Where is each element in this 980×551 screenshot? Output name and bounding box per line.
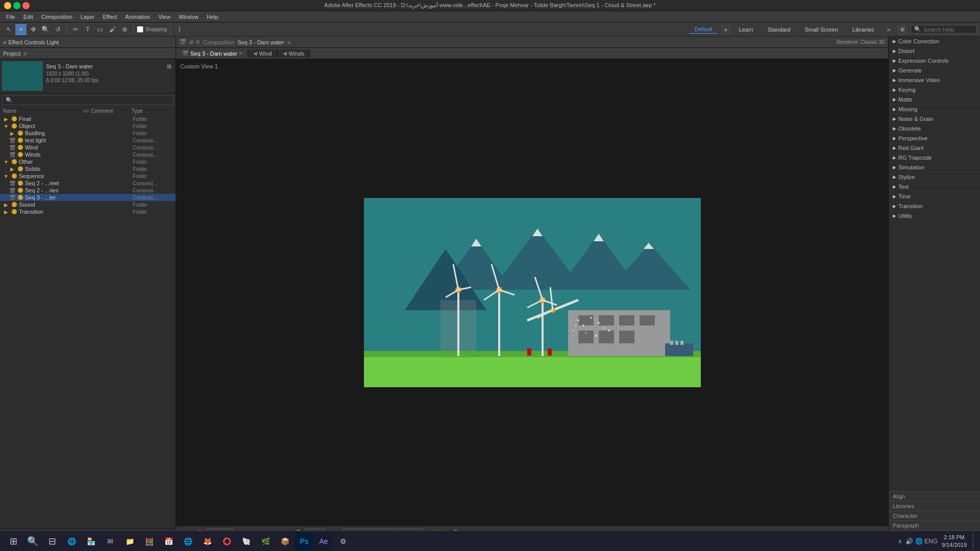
taskbar-store[interactable]: 🏪 bbox=[82, 532, 100, 550]
list-item[interactable]: ▶ Solids Folder bbox=[0, 165, 176, 172]
taskbar-chrome[interactable]: ⭕ bbox=[217, 532, 236, 550]
tab-seq3[interactable]: 🎬 Seq 3 - Dam water ≡ bbox=[177, 49, 248, 58]
taskbar-edge[interactable]: 🌐 bbox=[62, 532, 81, 550]
taskbar-calc[interactable]: 🧮 bbox=[140, 532, 158, 550]
view-libraries[interactable]: Libraries bbox=[847, 26, 879, 34]
tool-move[interactable]: ✥ bbox=[28, 24, 39, 35]
comp-flow-icon[interactable]: ⊞ bbox=[189, 39, 193, 45]
start-btn[interactable]: ⊞ bbox=[4, 532, 22, 550]
taskbar-ae[interactable]: Ae bbox=[314, 532, 333, 550]
list-item[interactable]: ▼ Other Folder bbox=[0, 158, 176, 165]
taskbar-ps[interactable]: Ps bbox=[295, 532, 313, 550]
tab-winds[interactable]: ◀ Winds bbox=[278, 49, 310, 58]
list-item[interactable]: ▼ Sequence Folder bbox=[0, 172, 176, 180]
taskbar-app1[interactable]: 🐚 bbox=[237, 532, 255, 550]
effect-matte[interactable]: ▶ Matte bbox=[889, 95, 980, 105]
effect-time[interactable]: ▶ Time bbox=[889, 192, 980, 202]
list-item[interactable]: 🎬 Wind Composi... bbox=[0, 144, 176, 151]
tool-zoom[interactable]: 🔍 bbox=[40, 24, 51, 35]
effect-simulation[interactable]: ▶ Simulation bbox=[889, 163, 980, 172]
list-item[interactable]: ▶ Final Folder bbox=[0, 115, 176, 122]
tool-rotate[interactable]: ↺ bbox=[52, 24, 63, 35]
effect-keying[interactable]: ▶ Keying bbox=[889, 85, 980, 95]
taskbar-extra[interactable]: ⚙ bbox=[334, 532, 352, 550]
tool-paint[interactable]: 🖌 bbox=[107, 24, 118, 35]
project-search-box[interactable]: 🔍 bbox=[2, 95, 174, 105]
taskbar-archive[interactable]: 📦 bbox=[276, 532, 294, 550]
comp-settings-icon[interactable]: ⚙ bbox=[195, 39, 200, 45]
menu-composition[interactable]: Composition bbox=[37, 13, 77, 21]
taskbar-mail[interactable]: ✉ bbox=[101, 532, 119, 550]
maximize-btn[interactable] bbox=[13, 2, 20, 9]
workspace-menu-btn[interactable]: ≡ bbox=[722, 26, 730, 34]
search-box[interactable]: 🔍 bbox=[911, 25, 977, 34]
tool-pen[interactable]: ✏ bbox=[70, 24, 81, 35]
project-search-input[interactable] bbox=[15, 97, 170, 104]
taskbar-firefox[interactable]: 🦊 bbox=[198, 532, 216, 550]
sort-icon[interactable]: ⊞ bbox=[167, 63, 172, 70]
menu-help[interactable]: Help bbox=[203, 13, 223, 21]
view-default[interactable]: Default bbox=[690, 25, 718, 34]
snapping-checkbox[interactable] bbox=[137, 26, 143, 33]
view-more-btn[interactable]: » bbox=[883, 24, 894, 35]
list-item[interactable]: ▶ Sound Folder bbox=[0, 201, 176, 208]
list-item[interactable]: 🎬 Seq 2 - ...ries Composi... bbox=[0, 187, 176, 194]
effect-red-giant[interactable]: ▶ Red Giant bbox=[889, 143, 980, 153]
comp-icon: 🎬 bbox=[8, 137, 16, 143]
tool-extra1[interactable]: ⟩ bbox=[174, 24, 185, 35]
effect-perspective[interactable]: ▶ Perspective bbox=[889, 134, 980, 143]
list-item[interactable]: ▼ Object Folder bbox=[0, 122, 176, 130]
list-item[interactable]: ▶ Buidling Folder bbox=[0, 130, 176, 137]
list-item[interactable]: 🎬 Seq 2 - ...reet Composi... bbox=[0, 180, 176, 187]
canvas-area[interactable] bbox=[364, 198, 701, 387]
taskbar-ie[interactable]: 🌐 bbox=[179, 532, 197, 550]
taskbar-explorer[interactable]: 📁 bbox=[120, 532, 139, 550]
taskbar-app2[interactable]: 🌿 bbox=[256, 532, 275, 550]
view-small[interactable]: Small Screen bbox=[799, 26, 843, 34]
effect-utility[interactable]: ▶ Utility bbox=[889, 211, 980, 221]
tool-clone[interactable]: ⊕ bbox=[119, 24, 130, 35]
effect-noise-grain[interactable]: ▶ Noise & Grain bbox=[889, 114, 980, 124]
menu-file[interactable]: File bbox=[2, 13, 19, 21]
effect-rg-trapcode[interactable]: ▶ RG Trapcode bbox=[889, 153, 980, 163]
search-btn[interactable]: 🔍 bbox=[23, 532, 42, 550]
minimize-btn[interactable] bbox=[4, 2, 11, 9]
tool-arrow[interactable]: ↖ bbox=[3, 24, 14, 35]
menu-edit[interactable]: Edit bbox=[19, 13, 37, 21]
list-item[interactable]: 🎬 Seq 3 - ...ter Composi... bbox=[0, 194, 176, 201]
effect-obsolete[interactable]: ▶ Obsolete bbox=[889, 124, 980, 134]
effect-generate[interactable]: ▶ Generate bbox=[889, 66, 980, 76]
menu-view[interactable]: View bbox=[154, 13, 175, 21]
effect-stylize[interactable]: ▶ Stylize bbox=[889, 172, 980, 182]
effect-distort[interactable]: ▶ Distort bbox=[889, 46, 980, 56]
tool-select[interactable]: ✦ bbox=[15, 24, 27, 35]
menu-animation[interactable]: Animation bbox=[121, 13, 154, 21]
tool-text[interactable]: T bbox=[82, 24, 93, 35]
view-standard[interactable]: Standard bbox=[763, 26, 796, 34]
effect-immersive[interactable]: ▶ Immersive Video bbox=[889, 76, 980, 85]
menu-layer[interactable]: Layer bbox=[77, 13, 99, 21]
comp-menu-icon[interactable]: ≡ bbox=[287, 39, 290, 45]
taskbar-calendar[interactable]: 📅 bbox=[159, 532, 178, 550]
tab-wind[interactable]: ◀ Wind bbox=[248, 49, 278, 58]
list-item[interactable]: 🎬 Winds Composi... bbox=[0, 151, 176, 158]
taskbar-clock[interactable]: 2:18 PM 9/14/2019 bbox=[942, 534, 967, 548]
view-learn[interactable]: Learn bbox=[734, 26, 758, 34]
systray-arrow[interactable]: ∧ bbox=[898, 538, 902, 545]
effect-transition[interactable]: ▶ Transition bbox=[889, 202, 980, 211]
taskview-btn[interactable]: ⊟ bbox=[43, 532, 61, 550]
show-desktop-btn[interactable] bbox=[973, 532, 976, 550]
menu-effect[interactable]: Effect bbox=[99, 13, 121, 21]
effect-color-correction[interactable]: ▶ Color Correction bbox=[889, 37, 980, 46]
panel-menu[interactable]: ⊞ bbox=[898, 26, 906, 34]
effect-text[interactable]: ▶ Text bbox=[889, 182, 980, 192]
close-btn[interactable] bbox=[22, 2, 30, 9]
effect-missing[interactable]: ▶ Missing bbox=[889, 105, 980, 114]
search-input[interactable] bbox=[923, 27, 969, 33]
list-item[interactable]: ▶ Transition Folder bbox=[0, 208, 176, 215]
list-item[interactable]: 🎬 test light Composi... bbox=[0, 137, 176, 144]
effect-expression-controls[interactable]: ▶ Expression Controls bbox=[889, 56, 980, 66]
tab-menu[interactable]: ≡ bbox=[239, 51, 242, 56]
menu-window[interactable]: Window bbox=[175, 13, 203, 21]
tool-shape[interactable]: ▭ bbox=[94, 24, 106, 35]
